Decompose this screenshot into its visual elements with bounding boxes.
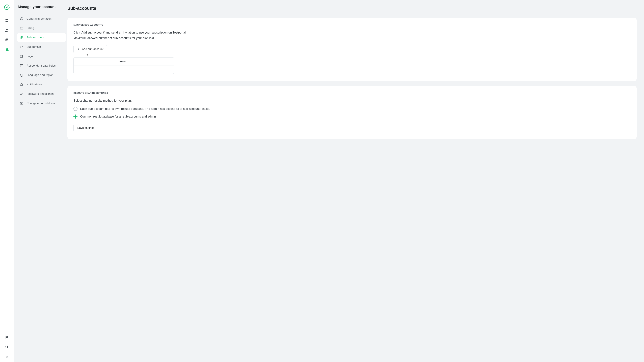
stats-icon[interactable]: [5, 38, 9, 42]
help-icon[interactable]: ?: [5, 335, 9, 339]
sidebar-item-billing[interactable]: Billing: [17, 24, 66, 32]
svg-rect-2: [5, 20, 6, 22]
globe-icon: [20, 73, 24, 77]
settings-sidebar: Manage your account General information …: [14, 0, 68, 362]
image-icon: [20, 54, 24, 58]
user-icon: [20, 17, 24, 20]
sidebar-item-language[interactable]: Language and region: [17, 71, 66, 80]
add-subaccount-button[interactable]: ＋ Add sub-account: [74, 45, 107, 53]
sidebar-item-label: Language and region: [26, 74, 54, 77]
section-label: MANAGE SUB-ACCOUNTS: [74, 24, 630, 26]
svg-rect-1: [7, 19, 8, 20]
main-content: Sub-accounts MANAGE SUB-ACCOUNTS Click '…: [68, 0, 641, 362]
svg-point-4: [6, 29, 7, 30]
svg-rect-3: [7, 20, 8, 22]
svg-point-25: [21, 66, 21, 66]
logout-icon[interactable]: [5, 345, 9, 349]
radio-icon: [74, 107, 78, 111]
svg-rect-0: [5, 19, 6, 20]
sidebar-item-email[interactable]: Change email address: [17, 99, 66, 108]
settings-icon[interactable]: [5, 48, 9, 52]
scrollbar[interactable]: [641, 0, 644, 362]
svg-point-13: [21, 18, 22, 19]
people-icon[interactable]: [5, 28, 9, 32]
svg-rect-22: [20, 64, 23, 67]
sidebar-item-respondent-data[interactable]: Respondent data fields: [17, 61, 66, 70]
sidebar-item-notifications[interactable]: Notifications: [17, 80, 66, 89]
svg-rect-9: [7, 40, 8, 40]
app-logo[interactable]: [4, 4, 10, 11]
manage-description-2: Maximum allowed number of sub-accounts f…: [74, 36, 630, 40]
svg-point-17: [21, 37, 22, 38]
svg-point-20: [21, 56, 22, 56]
svg-point-18: [22, 36, 23, 37]
sidebar-item-label: Sub-accounts: [26, 36, 44, 39]
sidebar-item-logo[interactable]: Logo: [17, 52, 66, 61]
section-label: RESULTS SHARING SETTINGS: [74, 92, 630, 94]
svg-rect-14: [20, 27, 23, 29]
svg-rect-11: [7, 346, 8, 348]
manage-subaccounts-card: MANAGE SUB-ACCOUNTS Click 'Add sub-accou…: [68, 18, 636, 81]
envelope-icon: [20, 102, 24, 105]
sidebar-item-subdomain[interactable]: Subdomain: [17, 42, 66, 51]
form-icon: [20, 64, 24, 68]
sidebar-item-subaccounts[interactable]: Sub-accounts: [17, 33, 66, 42]
cloud-icon: [20, 45, 24, 49]
expand-icon[interactable]: [5, 354, 9, 359]
sidebar-item-label: Password and sign in: [26, 92, 54, 96]
sidebar-title: Manage your account: [18, 5, 66, 9]
svg-rect-7: [6, 40, 6, 41]
key-icon: [20, 92, 24, 96]
sidebar-item-label: Billing: [26, 26, 34, 30]
plus-icon: ＋: [77, 47, 80, 51]
sharing-option-separate[interactable]: Each sub-account has its own results dat…: [74, 107, 630, 111]
sharing-prompt: Select sharing results method for your p…: [74, 99, 630, 102]
save-settings-button[interactable]: Save settings: [74, 124, 98, 132]
manage-description-1: Click 'Add sub-account' and send an invi…: [74, 31, 630, 34]
email-table: EMAIL:: [74, 57, 174, 74]
email-row-empty: [74, 66, 174, 74]
sidebar-item-label: Change email address: [26, 102, 55, 105]
dashboard-icon[interactable]: [5, 18, 9, 22]
icon-rail: ?: [0, 0, 14, 362]
bell-icon: [20, 83, 24, 86]
sharing-radio-group: Each sub-account has its own results dat…: [74, 107, 630, 118]
svg-rect-31: [20, 102, 23, 104]
svg-point-23: [21, 65, 21, 66]
email-header: EMAIL:: [74, 58, 174, 66]
svg-point-30: [20, 94, 22, 95]
sidebar-item-label: Subdomain: [26, 45, 41, 48]
sidebar-item-label: Respondent data fields: [26, 64, 56, 68]
sharing-settings-card: RESULTS SHARING SETTINGS Select sharing …: [68, 86, 636, 139]
radio-icon: [74, 114, 78, 118]
subaccounts-icon: [20, 36, 24, 40]
sidebar-item-general[interactable]: General information: [17, 14, 66, 23]
svg-point-5: [7, 29, 8, 30]
svg-rect-8: [6, 39, 7, 40]
sidebar-item-password[interactable]: Password and sign in: [17, 90, 66, 98]
sharing-option-common[interactable]: Common result database for all sub-accou…: [74, 114, 630, 118]
sidebar-item-label: General information: [26, 17, 52, 20]
sidebar-item-label: Logo: [26, 55, 33, 58]
sidebar-item-label: Notifications: [26, 83, 42, 86]
svg-text:?: ?: [6, 336, 8, 338]
card-icon: [20, 26, 24, 30]
page-title: Sub-accounts: [68, 6, 636, 11]
